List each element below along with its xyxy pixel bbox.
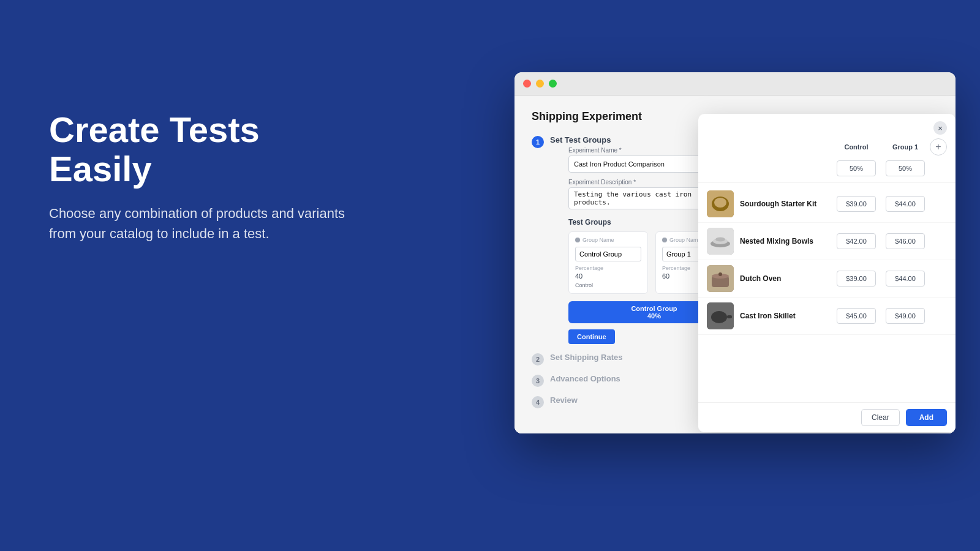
price-group1-3[interactable] — [886, 308, 925, 324]
main-heading: Create Tests Easily — [49, 110, 368, 189]
step-number-3: 3 — [532, 375, 544, 387]
group-dot-2 — [662, 238, 667, 242]
price-group1-0[interactable] — [886, 196, 925, 212]
step-label-4: Review — [550, 395, 578, 405]
dot-red[interactable] — [523, 80, 531, 88]
close-button[interactable]: × — [933, 121, 947, 135]
progress-bar-pct: 40% — [647, 312, 661, 320]
group-dot-1 — [575, 238, 580, 242]
experiment-desc-input[interactable]: Testing the various cast iron products. — [568, 187, 703, 209]
browser-window: Shipping Experiment 1 Set Test Groups Ex… — [514, 72, 956, 433]
dot-yellow[interactable] — [536, 80, 544, 88]
continue-button[interactable]: Continue — [568, 329, 615, 344]
add-group-button[interactable]: + — [930, 138, 947, 156]
col-label-control: Control — [832, 143, 881, 151]
svg-point-6 — [715, 238, 725, 242]
group-name-input-1[interactable] — [575, 247, 641, 261]
step-label-2: Set Shipping Rates — [550, 353, 622, 362]
product-img-skillet — [707, 302, 734, 329]
product-row-1: Nested Mixing Bowls — [698, 223, 956, 260]
step-number-4: 4 — [532, 396, 544, 408]
product-name-0: Sourdough Starter Kit — [740, 200, 832, 208]
sub-text: Choose any combination of products and v… — [49, 203, 368, 244]
progress-bar-label: Control Group — [631, 305, 677, 312]
product-img-dutch — [707, 265, 734, 292]
overlay-footer: Clear Add — [698, 402, 956, 432]
step-number-1: 1 — [532, 136, 544, 148]
product-img-bowls — [707, 228, 734, 255]
divider — [698, 182, 956, 183]
group-name-label-2: Group Name — [669, 237, 701, 243]
svg-point-12 — [711, 311, 727, 323]
group-pct-label-1: Percentage — [575, 265, 641, 271]
product-row-3: Cast Iron Skillet — [698, 298, 956, 335]
group-control-badge: Control — [575, 282, 641, 288]
clear-button[interactable]: Clear — [861, 409, 900, 426]
product-row-2: Dutch Oven — [698, 260, 956, 298]
price-control-3[interactable] — [837, 308, 876, 324]
col-label-group1: Group 1 — [881, 143, 930, 151]
overlay-header: × — [698, 114, 956, 135]
product-row-0: Sourdough Starter Kit — [698, 186, 956, 223]
pct-row — [698, 160, 956, 182]
price-group1-2[interactable] — [886, 271, 925, 287]
group-name-label-1: Group Name — [582, 237, 614, 243]
price-control-1[interactable] — [837, 233, 876, 249]
product-name-1: Nested Mixing Bowls — [740, 237, 832, 246]
browser-titlebar — [514, 72, 956, 96]
price-control-0[interactable] — [837, 196, 876, 212]
product-img-sourdough — [707, 190, 734, 217]
left-section: Create Tests Easily Choose any combinati… — [49, 110, 368, 244]
svg-rect-13 — [727, 315, 732, 318]
svg-point-10 — [718, 272, 722, 276]
step-number-2: 2 — [532, 353, 544, 365]
browser-content: Shipping Experiment 1 Set Test Groups Ex… — [514, 96, 956, 433]
group-card-1: Group Name Percentage 40 Control — [568, 231, 648, 294]
overlay-panel: × Control Group 1 + — [698, 114, 956, 432]
experiment-name-input[interactable] — [568, 156, 703, 173]
pct-input-group1[interactable] — [886, 160, 925, 176]
price-control-2[interactable] — [837, 271, 876, 287]
price-group1-1[interactable] — [886, 233, 925, 249]
pct-input-control[interactable] — [837, 160, 876, 176]
step-label-3: Advanced Options — [550, 374, 620, 383]
column-headers: Control Group 1 + — [698, 135, 956, 160]
dot-green[interactable] — [549, 80, 557, 88]
svg-point-2 — [714, 198, 726, 208]
add-button[interactable]: Add — [906, 409, 947, 426]
group-pct-value-1: 40 — [575, 272, 641, 280]
product-name-3: Cast Iron Skillet — [740, 312, 832, 320]
product-name-2: Dutch Oven — [740, 274, 832, 283]
